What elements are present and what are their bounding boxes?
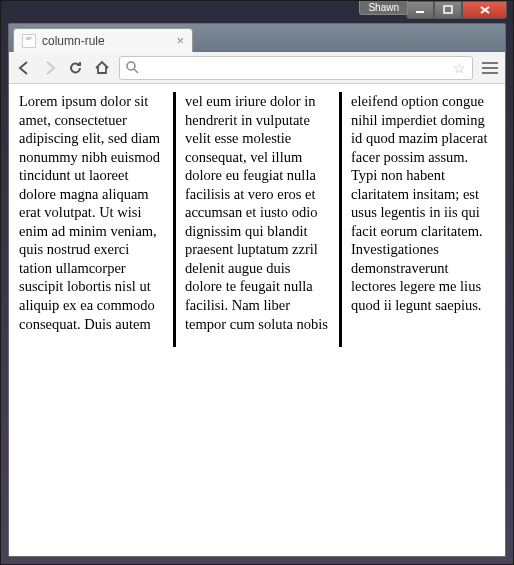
user-badge[interactable]: Shawn [359, 1, 408, 15]
page-viewport: Lorem ipsum dolor sit amet, consectetuer… [9, 84, 505, 556]
reload-icon [68, 60, 84, 76]
minimize-button[interactable] [406, 1, 434, 19]
os-window: Shawn column-rule × [0, 0, 514, 565]
file-icon [22, 34, 36, 48]
browser-tab[interactable]: column-rule × [13, 28, 193, 52]
hamburger-icon [482, 62, 498, 64]
titlebar: Shawn [1, 1, 513, 23]
reload-button[interactable] [67, 59, 85, 77]
maximize-icon [443, 5, 453, 15]
back-button[interactable] [15, 59, 33, 77]
menu-button[interactable] [481, 59, 499, 77]
tab-close-button[interactable]: × [176, 33, 184, 48]
home-button[interactable] [93, 59, 111, 77]
browser-chrome: column-rule × ☆ [8, 23, 506, 557]
toolbar: ☆ [9, 52, 505, 84]
search-icon [126, 61, 139, 74]
address-bar[interactable]: ☆ [119, 56, 473, 80]
forward-button[interactable] [41, 59, 59, 77]
svg-rect-1 [444, 6, 452, 13]
svg-line-5 [134, 69, 138, 73]
bookmark-star-icon[interactable]: ☆ [453, 60, 466, 76]
minimize-icon [415, 5, 425, 15]
close-icon [479, 5, 491, 15]
tab-title: column-rule [42, 34, 176, 48]
close-button[interactable] [462, 1, 507, 19]
svg-point-4 [127, 62, 135, 70]
multicolumn-text: Lorem ipsum dolor sit amet, consectetuer… [19, 92, 495, 347]
tab-strip: column-rule × [9, 24, 505, 52]
home-icon [94, 60, 110, 76]
arrow-right-icon [42, 60, 58, 76]
arrow-left-icon [16, 60, 32, 76]
maximize-button[interactable] [434, 1, 462, 19]
window-controls [406, 1, 507, 19]
url-input[interactable] [145, 60, 447, 75]
